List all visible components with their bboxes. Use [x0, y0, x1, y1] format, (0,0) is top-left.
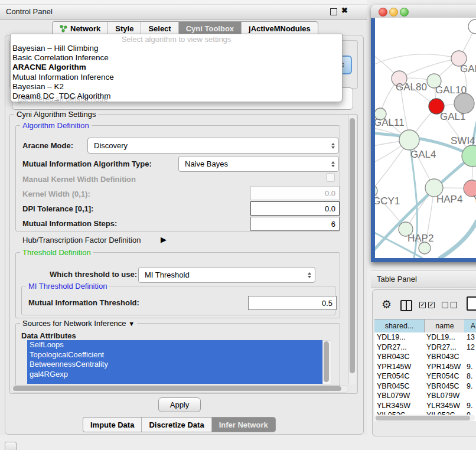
app-root: Control Panel ✖ Network Style Select Cyn…: [0, 0, 476, 450]
dpi-tolerance-field[interactable]: 0.0: [250, 201, 340, 216]
tab-infer-network[interactable]: Infer Network: [212, 418, 275, 432]
mi-steps-field[interactable]: 6: [250, 217, 340, 231]
column-header-clipped[interactable]: A: [464, 319, 476, 333]
apply-button-label: Apply: [170, 400, 190, 409]
mi-threshold-field[interactable]: 0.5: [248, 296, 337, 310]
unchecked-box-icon: [451, 302, 457, 308]
attribute-item[interactable]: TopologicalCoefficient: [27, 350, 322, 360]
bottom-left-button[interactable]: [5, 442, 17, 450]
attribute-item[interactable]: SelfLoops: [27, 340, 322, 350]
aracne-mode-select[interactable]: Discovery: [87, 138, 339, 154]
node-label: GAL1: [440, 111, 465, 122]
tab-cyni-toolbox-label: Cyni Toolbox: [186, 24, 234, 33]
column-browser-icon[interactable]: [400, 300, 412, 311]
cell-shared: YBR045C: [374, 381, 424, 392]
cell-name: YBL079W: [424, 391, 464, 401]
tab-network-label: Network: [70, 24, 100, 33]
node-label: GAL4: [410, 149, 436, 160]
data-attributes-label: Data Attributes: [21, 331, 76, 340]
cell-name: YDR27...: [424, 343, 464, 353]
algorithm-option[interactable]: Mutual Information Inference: [11, 73, 342, 82]
algorithm-option[interactable]: Bayesian – K2: [11, 82, 342, 92]
settings-hscroll-thumb[interactable]: [13, 386, 341, 391]
gear-icon[interactable]: ⚙: [382, 298, 392, 311]
node-label: HAP4: [436, 194, 462, 205]
dpi-tolerance-label: DPI Tolerance [0,1]:: [22, 204, 93, 213]
mi-algorithm-type-value: Naive Bayes: [179, 159, 328, 168]
data-attributes-list[interactable]: SelfLoops TopologicalCoefficient Between…: [27, 340, 322, 384]
node-partial-bottom[interactable]: [419, 242, 431, 254]
cell-shared: YER054C: [374, 371, 424, 381]
select-all-columns-icon[interactable]: ✓ ✓: [419, 302, 435, 308]
node-label: GAL10: [435, 84, 467, 96]
cell-name: YER054C: [424, 371, 464, 381]
cell-value: 12: [464, 343, 475, 353]
deselect-all-columns-icon[interactable]: [442, 302, 457, 308]
cell-shared: YPR145W: [374, 362, 424, 372]
close-icon[interactable]: ✖: [341, 6, 348, 15]
cell-shared: YDL19...: [374, 332, 424, 343]
table-row[interactable]: YDR27... YDR27... 12: [374, 343, 476, 353]
tab-discretize-data[interactable]: Discretize Data: [142, 418, 211, 432]
tab-impute-data[interactable]: Impute Data: [83, 418, 142, 432]
table-row[interactable]: YDL19... YDL19... 13: [374, 332, 476, 343]
document-icon[interactable]: [467, 296, 476, 311]
cell-shared: YBR043C: [374, 352, 424, 362]
node-label: GCY1: [375, 195, 400, 207]
zoom-traffic-light-icon[interactable]: [400, 8, 409, 17]
settings-vscroll-thumb[interactable]: [350, 118, 355, 373]
node-gal4[interactable]: [399, 130, 419, 150]
kernel-width-value: 0.0: [325, 189, 335, 198]
table-row[interactable]: YBR043C YBR043C: [374, 352, 476, 362]
column-header-shared-label: shared...: [385, 322, 414, 330]
sources-title-wrap: Sources for Network Inference ▼: [20, 319, 137, 328]
node-label: GAL: [460, 63, 476, 74]
table-row[interactable]: YBL079W YBL079W: [374, 391, 476, 401]
attribute-item[interactable]: gal4RGexp: [27, 370, 322, 380]
unchecked-box-icon: [442, 302, 448, 308]
close-traffic-light-icon[interactable]: [379, 8, 387, 17]
algorithm-option[interactable]: Basic Correlation Inference: [11, 53, 342, 63]
kernel-width-field[interactable]: 0.0: [250, 186, 340, 200]
node-gray[interactable]: [454, 93, 474, 113]
table-hscroll-thumb[interactable]: [376, 416, 470, 420]
float-window-icon[interactable]: [330, 8, 337, 15]
column-header-clipped-label: A: [471, 322, 475, 330]
spinner-icon: [328, 161, 338, 168]
column-header-name[interactable]: name: [424, 319, 465, 333]
column-header-shared[interactable]: shared...: [374, 319, 425, 333]
apply-button[interactable]: Apply: [158, 397, 201, 412]
manual-kernel-width-checkbox[interactable]: [326, 173, 335, 182]
table-row[interactable]: YLR345W YLR345W 9.: [374, 401, 476, 411]
network-view-window[interactable]: GAL80 GAL10 GAL1 GAL11 GAL4 SWI4 GCY1 HA…: [371, 5, 476, 262]
table-horizontal-scrollbar[interactable]: [374, 415, 475, 421]
table-row[interactable]: YBR045C YBR045C 9.: [374, 381, 476, 392]
attributes-scroll-thumb[interactable]: [324, 341, 329, 382]
hub-expand-icon[interactable]: ▶: [161, 235, 167, 244]
algorithm-option[interactable]: Bayesian – Hill Climbing: [11, 44, 342, 53]
hub-definition-label: Hub/Transcription Factor Definition: [22, 236, 141, 244]
table-row[interactable]: YPR145W YPR145W 9.: [374, 362, 476, 372]
node-label: GAL11: [375, 117, 405, 128]
node-partial[interactable]: [468, 19, 476, 34]
minimize-traffic-light-icon[interactable]: [389, 8, 398, 17]
cyni-algorithm-settings-title: Cyni Algorithm Settings: [14, 110, 98, 119]
sources-title: Sources for Network Inference: [22, 319, 126, 328]
cell-value: [464, 391, 467, 401]
mi-algorithm-type-select[interactable]: Naive Bayes: [178, 156, 339, 172]
attribute-item[interactable]: BetweennessCentrality: [27, 360, 322, 370]
sources-collapse-icon[interactable]: ▼: [128, 320, 135, 327]
control-panel-top-strip: [0, 0, 367, 5]
network-canvas[interactable]: GAL80 GAL10 GAL1 GAL11 GAL4 SWI4 GCY1 HA…: [375, 18, 476, 258]
node-label: GAL80: [396, 81, 427, 93]
table-panel-title: Table Panel: [377, 275, 417, 283]
node-label: SWI4: [451, 135, 475, 146]
control-panel-titlebar: [0, 5, 367, 20]
which-threshold-select[interactable]: MI Threshold: [138, 267, 315, 283]
aracne-mode-label: Aracne Mode:: [22, 141, 73, 150]
algorithm-option-aracne[interactable]: ARACNE Algorithm: [11, 63, 342, 72]
table-row[interactable]: YER054C YER054C 8.: [374, 371, 476, 381]
node-gcy1[interactable]: [375, 185, 377, 197]
mi-threshold-label: Mutual Information Threshold:: [28, 298, 139, 307]
cell-value: 13: [464, 332, 475, 343]
